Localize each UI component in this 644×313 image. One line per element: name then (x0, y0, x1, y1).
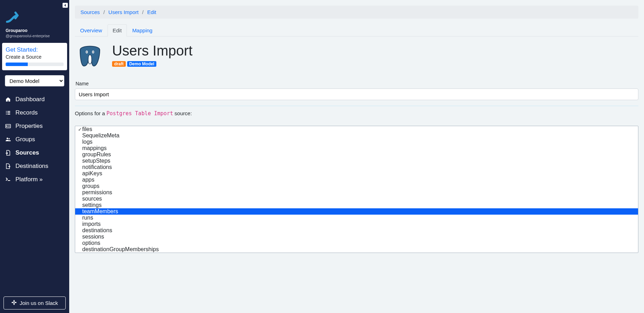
list-icon (5, 110, 11, 116)
table-option-label: teamMembers (82, 208, 118, 215)
table-option-label: destinations (82, 227, 112, 234)
table-option[interactable]: setupSteps (75, 158, 638, 164)
table-option-label: runs (82, 215, 93, 221)
table-option[interactable]: destinations (75, 227, 638, 234)
sidebar-collapse-button[interactable] (63, 3, 68, 8)
source-type-code: Postgres Table Import (106, 110, 173, 117)
sidebar-item-label: Destinations (15, 163, 48, 170)
check-icon: ✓ (77, 126, 82, 133)
sidebar-item-label: Sources (15, 149, 39, 156)
users-icon (5, 136, 11, 143)
table-option-label: destinationGroupMemberships (82, 246, 159, 253)
page-title: Users Import (112, 43, 193, 58)
breadcrumb-sources[interactable]: Sources (80, 9, 100, 15)
breadcrumb-users-import[interactable]: Users Import (109, 9, 139, 15)
table-option-label: imports (82, 221, 100, 227)
svg-rect-2 (7, 111, 10, 112)
svg-rect-1 (6, 111, 7, 112)
main-content: Sources / Users Import / Edit Overview E… (69, 0, 644, 313)
svg-rect-15 (13, 303, 14, 305)
name-label: Name (76, 81, 638, 86)
status-badge-draft: draft (112, 61, 126, 67)
table-option[interactable]: settings (75, 202, 638, 208)
terminal-icon (5, 176, 11, 183)
svg-rect-5 (6, 114, 7, 115)
model-badge: Demo Model (127, 61, 156, 67)
options-label: Options for a Postgres Table Import sour… (75, 110, 638, 117)
table-option-label: groups (82, 183, 99, 189)
page-header: Users Import draft Demo Model (69, 37, 644, 76)
sidebar-item-dashboard[interactable]: Dashboard (0, 93, 69, 106)
table-option[interactable]: teamMembers (75, 208, 638, 215)
table-option-label: sources (82, 196, 102, 202)
table-option-label: notifications (82, 164, 112, 170)
table-option[interactable]: imports (75, 221, 638, 227)
table-option[interactable]: notifications (75, 164, 638, 170)
tab-overview[interactable]: Overview (75, 24, 108, 36)
table-option-label: options (82, 240, 100, 246)
svg-rect-9 (8, 125, 10, 126)
sidebar-item-destinations[interactable]: Destinations (0, 159, 69, 173)
table-option-label: settings (82, 202, 102, 208)
file-export-icon (5, 163, 11, 169)
svg-point-20 (86, 51, 87, 53)
table-dropdown-listbox[interactable]: ✓filesSequelizeMetalogsmappingsgroupRule… (75, 126, 638, 253)
table-option[interactable]: sources (75, 196, 638, 202)
name-input[interactable] (75, 89, 638, 100)
join-slack-button[interactable]: Join us on Slack (4, 296, 66, 309)
breadcrumb-edit[interactable]: Edit (147, 9, 156, 15)
table-option-label: permissions (82, 189, 112, 196)
sidebar-item-sources[interactable]: Sources (0, 146, 69, 159)
slack-icon (11, 300, 17, 306)
table-option[interactable]: sessions (75, 234, 638, 240)
brand-sub: @grouparoo/ui-enterprise (0, 33, 69, 41)
sidebar-item-label: Platform » (15, 176, 43, 183)
tab-mapping[interactable]: Mapping (127, 24, 158, 36)
get-started-step: Create a Source (6, 54, 64, 60)
model-select[interactable]: Demo Model (5, 75, 64, 86)
table-option-label: groupRules (82, 151, 111, 158)
svg-rect-13 (8, 180, 10, 181)
sidebar-item-platform[interactable]: Platform » (0, 173, 69, 186)
logo (0, 0, 69, 28)
sidebar-item-label: Properties (15, 123, 43, 130)
table-option[interactable]: ✓files (75, 126, 638, 132)
table-option[interactable]: runs (75, 215, 638, 221)
file-import-icon (5, 150, 11, 156)
table-option[interactable]: apiKeys (75, 170, 638, 177)
divider (75, 106, 638, 106)
svg-rect-8 (6, 125, 7, 127)
table-option[interactable]: mappings (75, 145, 638, 151)
table-option[interactable]: SequelizeMeta (75, 132, 638, 139)
table-option[interactable]: groups (75, 183, 638, 189)
breadcrumb: Sources / Users Import / Edit (75, 6, 638, 19)
badge-row: draft Demo Model (112, 61, 193, 67)
table-option[interactable]: options (75, 240, 638, 246)
sidebar-item-records[interactable]: Records (0, 106, 69, 119)
tab-edit[interactable]: Edit (108, 24, 127, 36)
svg-marker-0 (64, 4, 66, 7)
sidebar-item-label: Groups (15, 136, 35, 143)
sidebar-nav: Dashboard Records Properties Groups Sour… (0, 91, 69, 188)
table-option-label: apiKeys (82, 170, 102, 177)
table-option[interactable]: apps (75, 177, 638, 183)
sidebar-item-label: Records (15, 109, 38, 116)
brand-name: Grouparoo (0, 28, 69, 33)
slack-button-label: Join us on Slack (20, 300, 58, 306)
svg-point-21 (93, 51, 94, 53)
get-started-progress (6, 63, 64, 66)
postgres-icon (75, 43, 105, 73)
table-option[interactable]: destinationGroupMemberships (75, 246, 638, 253)
home-icon (5, 96, 11, 103)
table-option[interactable]: permissions (75, 189, 638, 196)
get-started-card[interactable]: Get Started: Create a Source (2, 43, 67, 70)
table-option[interactable]: logs (75, 139, 638, 145)
table-option[interactable]: groupRules (75, 151, 638, 158)
sidebar-item-properties[interactable]: Properties (0, 119, 69, 133)
sidebar: Grouparoo @grouparoo/ui-enterprise Get S… (0, 0, 69, 313)
model-select-wrap: Demo Model (5, 75, 64, 86)
sidebar-item-groups[interactable]: Groups (0, 133, 69, 146)
svg-rect-17 (14, 302, 17, 303)
table-option-label: mappings (82, 145, 106, 151)
id-card-icon (5, 123, 11, 129)
